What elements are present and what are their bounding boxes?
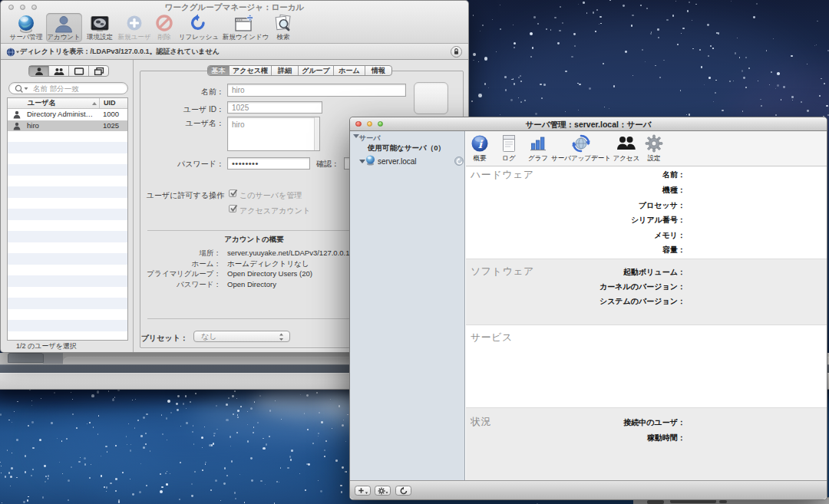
summary-password-type-value: Open Directory bbox=[227, 280, 276, 288]
textarea-scrollbar[interactable] bbox=[314, 117, 319, 150]
sa-close-button[interactable] bbox=[355, 121, 362, 127]
tab-basic[interactable]: 基本 bbox=[208, 66, 230, 75]
user-list-header[interactable]: ユーザ名 UID bbox=[8, 98, 127, 109]
sidebar-item-server-local[interactable]: server.local bbox=[378, 157, 417, 166]
username-textarea[interactable]: hiro bbox=[227, 117, 320, 151]
toolbar-label-new-user: 新規ユーザ bbox=[118, 33, 151, 42]
list-empty-stripes bbox=[8, 131, 127, 340]
background-window-shadow bbox=[43, 353, 63, 364]
column-divider[interactable] bbox=[99, 98, 100, 108]
sa-overview-content: ハードウェア 名前： 機種： プロセッサ： シリアル番号： メモリ： 容量： ソ… bbox=[466, 167, 827, 480]
uid-field[interactable]: 1025 bbox=[227, 101, 322, 114]
password-field-label: パスワード： bbox=[140, 159, 224, 170]
segment-users[interactable] bbox=[29, 66, 49, 76]
sw-boot-volume-label: 起動ボリューム： bbox=[623, 267, 685, 278]
checkbox-manage-server[interactable] bbox=[229, 189, 236, 197]
user-name-cell: hiro bbox=[27, 120, 39, 131]
user-name-cell: Directory Administ… bbox=[27, 109, 93, 120]
sa-main-pane: i 概要 ログ bbox=[466, 131, 827, 480]
toolbar-label-search: 検索 bbox=[277, 33, 290, 42]
wgm-zoom-button[interactable] bbox=[31, 5, 37, 10]
tab-privileges[interactable]: アクセス権 bbox=[230, 66, 272, 75]
checkbox-access-account[interactable] bbox=[229, 205, 236, 212]
sort-ascending-icon bbox=[92, 102, 97, 105]
confirm-field-label: 確認： bbox=[293, 159, 339, 170]
toolbar-label-new-window: 新規ウインドウ bbox=[223, 33, 269, 42]
hw-processor-label: プロセッサ： bbox=[639, 200, 685, 211]
user-list: ユーザ名 UID Directory Administ… 1000 hiro 1… bbox=[7, 97, 128, 341]
segment-computers[interactable] bbox=[69, 66, 89, 76]
servers-disclosure-triangle[interactable] bbox=[353, 134, 359, 138]
toolbar-label-delete: 削除 bbox=[158, 33, 171, 42]
summary-primary-group-value: Open Directory Users (20) bbox=[227, 269, 312, 278]
preset-popup-value: なし bbox=[201, 331, 216, 342]
toolbar-label-accounts: アカウント bbox=[47, 33, 81, 42]
sa-footer-bar bbox=[350, 480, 827, 499]
preset-popup[interactable]: なし bbox=[193, 331, 290, 343]
hw-name-label: 名前： bbox=[662, 170, 685, 180]
hw-capacity-label: 容量： bbox=[662, 245, 685, 255]
preset-label: プリセット： bbox=[104, 333, 188, 344]
server-disclosure-triangle[interactable] bbox=[359, 160, 365, 163]
lock-button[interactable] bbox=[451, 46, 462, 58]
tab-groups[interactable]: グループ bbox=[299, 66, 334, 75]
uid-field-value: 1025 bbox=[232, 102, 249, 114]
checkbox-access-account-label: アクセスアカウント bbox=[239, 206, 310, 216]
sidebar-divider bbox=[133, 60, 134, 352]
user-row-hiro[interactable]: hiro 1025 bbox=[8, 120, 127, 132]
segment-groups[interactable] bbox=[49, 66, 69, 76]
user-picture-well[interactable] bbox=[414, 82, 448, 114]
directory-status-bar: ディレクトリを表示：/LDAPv3/127.0.0.1。認証されていません bbox=[1, 44, 468, 60]
background-window-tab bbox=[8, 353, 44, 363]
name-field-label: 名前： bbox=[140, 87, 224, 97]
action-gear-button[interactable] bbox=[375, 486, 391, 496]
desktop-screen: ワークグループマネージャ：ローカル bbox=[0, 0, 829, 504]
sa-titlebar[interactable]: サーバ管理：server.local：サーバ bbox=[350, 117, 827, 131]
username-field-label: ユーザ名： bbox=[140, 118, 224, 129]
add-dropdown-arrow bbox=[365, 492, 368, 493]
column-header-username[interactable]: ユーザ名 bbox=[28, 98, 55, 108]
user-uid-cell: 1025 bbox=[103, 120, 119, 131]
search-placeholder: 名前 部分一致 bbox=[33, 83, 79, 94]
software-heading: ソフトウェア bbox=[471, 265, 534, 278]
sw-system-label: システムのバージョン： bbox=[599, 296, 685, 307]
sidebar-available-servers[interactable]: 使用可能なサーバ（0） bbox=[368, 143, 445, 153]
hw-serial-label: シリアル番号： bbox=[631, 215, 685, 226]
directory-globe-icon[interactable] bbox=[6, 47, 19, 61]
sa-zoom-button[interactable] bbox=[378, 121, 384, 127]
hw-model-label: 機種： bbox=[662, 185, 685, 196]
wgm-titlebar[interactable]: ワークグループマネージャ：ローカル bbox=[1, 1, 468, 44]
summary-home-label: ホーム： bbox=[129, 259, 221, 269]
wgm-window-title: ワークグループマネージャ：ローカル bbox=[1, 2, 468, 13]
hw-memory-label: メモリ： bbox=[654, 230, 685, 241]
account-type-segmented-control bbox=[28, 65, 109, 77]
server-update-globe-icon bbox=[571, 134, 591, 156]
settings-gear-icon bbox=[645, 134, 663, 156]
user-row-directory-admin[interactable]: Directory Administ… 1000 bbox=[8, 109, 127, 120]
sidebar-group-servers: サーバ bbox=[359, 133, 380, 143]
allowed-operations-label: ユーザに許可する操作 bbox=[132, 190, 224, 201]
tab-advanced[interactable]: 詳細 bbox=[272, 66, 299, 75]
tab-home[interactable]: ホーム bbox=[334, 66, 365, 75]
name-field[interactable]: hiro bbox=[227, 84, 406, 97]
wgm-close-button[interactable] bbox=[8, 5, 14, 10]
sa-toolbar-settings-button[interactable]: 設定 bbox=[623, 133, 685, 166]
server-sphere-icon bbox=[365, 155, 375, 169]
add-server-button[interactable] bbox=[355, 486, 371, 496]
tab-info[interactable]: 情報 bbox=[365, 66, 391, 75]
summary-primary-group-label: プライマリグループ： bbox=[129, 269, 221, 279]
status-uptime-label: 稼動時間： bbox=[647, 433, 685, 443]
toolbar-label-server-admin: サーバ管理 bbox=[10, 33, 43, 42]
sidebar-search-field[interactable]: 名前 部分一致 bbox=[8, 82, 128, 94]
action-dropdown-arrow bbox=[385, 492, 388, 493]
wgm-minimize-button[interactable] bbox=[20, 5, 25, 10]
refresh-button[interactable] bbox=[395, 486, 411, 496]
sa-window-title: サーバ管理：server.local：サーバ bbox=[350, 120, 827, 130]
sa-minimize-button[interactable] bbox=[367, 121, 373, 127]
checkbox-manage-server-label: このサーバを管理 bbox=[239, 190, 302, 201]
server-admin-window: サーバ管理：server.local：サーバ サーバ 使用可能なサーバ（0） bbox=[349, 117, 827, 500]
column-header-uid[interactable]: UID bbox=[104, 98, 116, 108]
sa-toolbar: i 概要 ログ bbox=[466, 131, 827, 166]
segment-computer-groups[interactable] bbox=[89, 66, 108, 76]
status-connected-users-label: 接続中のユーザ： bbox=[623, 417, 685, 428]
